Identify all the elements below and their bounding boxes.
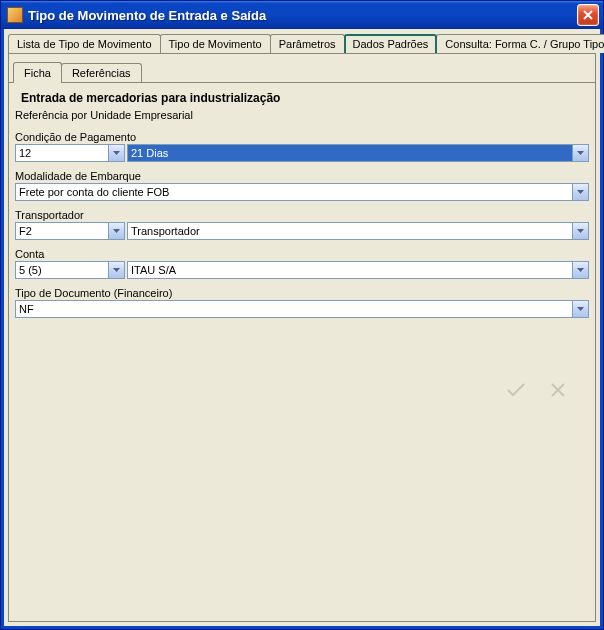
combo-tipo-documento-value: NF	[16, 301, 572, 317]
field-modalidade-embarque: Modalidade de Embarque Frete por conta d…	[15, 170, 589, 201]
chevron-down-icon[interactable]	[108, 223, 124, 239]
section-subtitle: Referência por Unidade Empresarial	[15, 109, 589, 121]
tab-parametros[interactable]: Parâmetros	[270, 34, 345, 53]
chevron-down-icon[interactable]	[108, 262, 124, 278]
label-modalidade: Modalidade de Embarque	[15, 170, 589, 182]
section-title: Entrada de mercadorias para industrializ…	[21, 91, 589, 105]
combo-conta-desc-value: ITAU S/A	[128, 262, 572, 278]
tab-referencias[interactable]: Referências	[61, 63, 142, 82]
combo-transportador-code-value: F2	[16, 223, 108, 239]
combo-conta-desc[interactable]: ITAU S/A	[127, 261, 589, 279]
chevron-down-icon[interactable]	[572, 184, 588, 200]
combo-condicao-code[interactable]: 12	[15, 144, 125, 162]
combo-condicao-desc[interactable]: 21 Dias	[127, 144, 589, 162]
field-condicao-pagamento: Condição de Pagamento 12 21 Dias	[15, 131, 589, 162]
label-transportador: Transportador	[15, 209, 589, 221]
close-button[interactable]	[577, 4, 599, 26]
window: Tipo de Movimento de Entrada e Saída Lis…	[0, 0, 604, 630]
combo-modalidade-value: Frete por conta do cliente FOB	[16, 184, 572, 200]
label-condicao-pagamento: Condição de Pagamento	[15, 131, 589, 143]
combo-modalidade[interactable]: Frete por conta do cliente FOB	[15, 183, 589, 201]
chevron-down-icon[interactable]	[572, 301, 588, 317]
field-transportador: Transportador F2 Transportador	[15, 209, 589, 240]
tab-tipo-movimento[interactable]: Tipo de Movimento	[160, 34, 271, 53]
action-icons	[507, 383, 565, 401]
label-conta: Conta	[15, 248, 589, 260]
chevron-down-icon[interactable]	[572, 145, 588, 161]
cancel-icon[interactable]	[551, 383, 565, 401]
combo-transportador-desc-value: Transportador	[128, 223, 572, 239]
chevron-down-icon[interactable]	[108, 145, 124, 161]
chevron-down-icon[interactable]	[572, 262, 588, 278]
field-tipo-documento: Tipo de Documento (Financeiro) NF	[15, 287, 589, 318]
chevron-down-icon[interactable]	[572, 223, 588, 239]
app-icon	[7, 7, 23, 23]
tab-dados-padroes[interactable]: Dados Padrões	[344, 34, 438, 53]
confirm-icon[interactable]	[507, 383, 525, 401]
titlebar: Tipo de Movimento de Entrada e Saída	[1, 1, 603, 29]
tab-ficha[interactable]: Ficha	[13, 62, 62, 83]
tab-lista-tipo-movimento[interactable]: Lista de Tipo de Movimento	[8, 34, 161, 53]
combo-condicao-desc-value: 21 Dias	[128, 145, 572, 161]
window-title: Tipo de Movimento de Entrada e Saída	[28, 8, 577, 23]
primary-tabs: Lista de Tipo de Movimento Tipo de Movim…	[8, 31, 596, 53]
combo-tipo-documento[interactable]: NF	[15, 300, 589, 318]
form-panel: Entrada de mercadorias para industrializ…	[8, 82, 596, 622]
combo-transportador-code[interactable]: F2	[15, 222, 125, 240]
secondary-tabs: Ficha Referências	[13, 60, 591, 82]
client-area: Lista de Tipo de Movimento Tipo de Movim…	[1, 29, 603, 629]
tab-consulta[interactable]: Consulta: Forma C. / Grupo Tipo Mov.	[436, 34, 604, 53]
combo-conta-code[interactable]: 5 (5)	[15, 261, 125, 279]
combo-transportador-desc[interactable]: Transportador	[127, 222, 589, 240]
field-conta: Conta 5 (5) ITAU S/A	[15, 248, 589, 279]
combo-condicao-code-value: 12	[16, 145, 108, 161]
combo-conta-code-value: 5 (5)	[16, 262, 108, 278]
label-tipo-documento: Tipo de Documento (Financeiro)	[15, 287, 589, 299]
